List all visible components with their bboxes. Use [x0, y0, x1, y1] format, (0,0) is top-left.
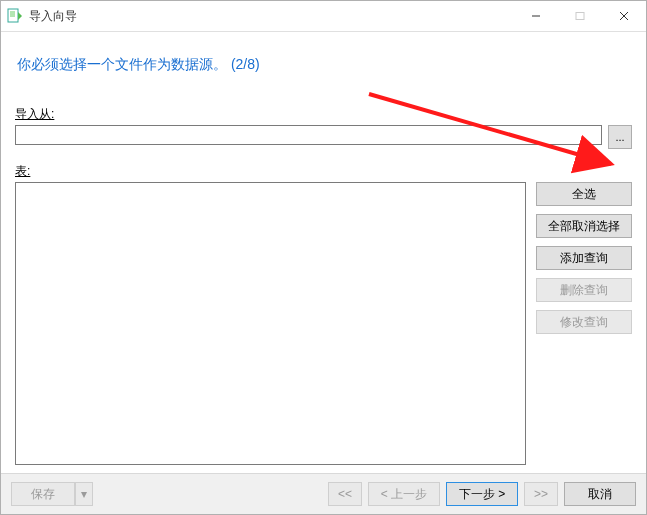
- cancel-button[interactable]: 取消: [564, 482, 636, 506]
- step-heading: 你必须选择一个文件作为数据源。 (2/8): [17, 56, 630, 74]
- save-split-button: 保存 ▾: [11, 482, 93, 506]
- save-button: 保存: [11, 482, 75, 506]
- svg-rect-5: [576, 13, 584, 20]
- first-button: <<: [328, 482, 362, 506]
- delete-query-button: 删除查询: [536, 278, 632, 302]
- content-area: 你必须选择一个文件作为数据源。 (2/8) 导入从: ... 表: 全选 全部取…: [1, 32, 646, 473]
- window-title: 导入向导: [29, 8, 77, 25]
- minimize-button[interactable]: [514, 1, 558, 31]
- maximize-button: [558, 1, 602, 31]
- add-query-button[interactable]: 添加查询: [536, 246, 632, 270]
- browse-button[interactable]: ...: [608, 125, 632, 149]
- tables-row: 全选 全部取消选择 添加查询 删除查询 修改查询: [15, 182, 632, 465]
- side-button-group: 全选 全部取消选择 添加查询 删除查询 修改查询: [536, 182, 632, 465]
- last-button: >>: [524, 482, 558, 506]
- import-wizard-window: 导入向导 你必须选择一个文件作为数据源。 (2/8) 导入从: ... 表:: [0, 0, 647, 515]
- import-from-row: ...: [15, 125, 632, 149]
- tables-listbox[interactable]: [15, 182, 526, 465]
- import-from-label: 导入从:: [15, 106, 632, 123]
- select-all-button[interactable]: 全选: [536, 182, 632, 206]
- import-from-input[interactable]: [15, 125, 602, 145]
- app-icon: [7, 8, 23, 24]
- modify-query-button: 修改查询: [536, 310, 632, 334]
- deselect-all-button[interactable]: 全部取消选择: [536, 214, 632, 238]
- close-button[interactable]: [602, 1, 646, 31]
- save-dropdown-button: ▾: [75, 482, 93, 506]
- next-button[interactable]: 下一步 >: [446, 482, 518, 506]
- footer: 保存 ▾ << < 上一步 下一步 > >> 取消: [1, 473, 646, 514]
- tables-label: 表:: [15, 163, 632, 180]
- titlebar: 导入向导: [1, 1, 646, 32]
- prev-button: < 上一步: [368, 482, 440, 506]
